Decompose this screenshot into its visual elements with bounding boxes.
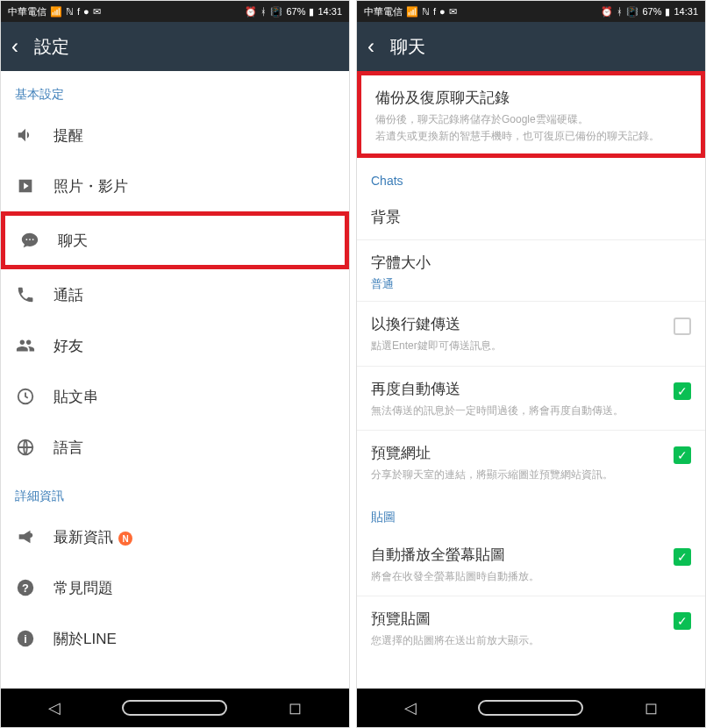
settings-item-call[interactable]: 通話 [1,269,349,320]
media-icon [15,175,36,196]
messenger-icon: ● [439,6,446,17]
timeline-icon [15,386,36,407]
app-header: ‹ 設定 [1,22,349,71]
mail-icon: ✉ [449,6,457,18]
settings-item-faq[interactable]: ? 常見問題 [1,562,349,613]
checkbox-checked[interactable]: ✓ [674,382,691,400]
phone-right: 中華電信 📶 ℕ f ● ✉ ⏰ ᚼ 📳 67% ▮ 14:31 ‹ 聊天 備份… [356,0,706,728]
settings-item-news[interactable]: 最新資訊N [1,511,349,562]
settings-item-language[interactable]: 語言 [1,422,349,473]
section-details-header: 詳細資訊 [1,473,349,511]
resend-item[interactable]: 再度自動傳送 無法傳送的訊息於一定時間過後，將會再度自動傳送。 ✓ [357,367,705,430]
phone-icon [15,284,36,305]
phone-left: 中華電信 📶 ℕ f ● ✉ ⏰ ᚼ 📳 67% ▮ 14:31 ‹ 設定 基本… [0,0,350,728]
chat-settings-content[interactable]: 備份及復原聊天記錄 備份後，聊天記錄將儲存於Google雲端硬碟。 若遺失或更換… [357,71,705,689]
alarm-icon: ⏰ [601,6,613,18]
checkbox-checked[interactable]: ✓ [674,446,691,464]
background-item[interactable]: 背景 [357,195,705,239]
time-label: 14:31 [674,6,698,17]
page-title: 設定 [34,35,69,59]
volume-icon [15,125,36,146]
settings-item-reminder[interactable]: 提醒 [1,110,349,161]
android-nav-bar: ◁ ◻ [1,689,349,727]
checkbox-unchecked[interactable] [674,318,691,335]
enter-send-item[interactable]: 以換行鍵傳送 點選Enter鍵即可傳送訊息。 [357,302,705,365]
settings-item-friends[interactable]: 好友 [1,320,349,371]
globe-icon [15,437,36,458]
mail-icon: ✉ [93,6,101,18]
nav-home[interactable] [122,700,227,716]
bluetooth-icon: ᚼ [617,6,623,17]
fb-icon: f [433,6,436,17]
preview-url-item[interactable]: 預覽網址 分享於聊天室的連結，將顯示縮圖並預覽網站資訊。 ✓ [357,431,705,494]
announce-icon [15,526,36,547]
vibrate-icon: 📳 [270,6,282,18]
bluetooth-icon: ᚼ [260,6,267,17]
new-badge: N [118,532,132,546]
nav-home[interactable] [478,700,583,716]
backup-restore-item[interactable]: 備份及復原聊天記錄 備份後，聊天記錄將儲存於Google雲端硬碟。 若遺失或更換… [357,71,705,158]
friends-icon [15,335,36,356]
help-icon: ? [15,577,36,598]
carrier-label: 中華電信 [8,5,46,18]
carrier-label: 中華電信 [364,5,403,18]
checkbox-checked[interactable]: ✓ [674,612,691,630]
battery-label: 67% [642,6,661,17]
svg-text:?: ? [22,582,29,595]
fontsize-item[interactable]: 字體大小 普通 [357,240,705,301]
battery-label: 67% [286,6,305,17]
back-button[interactable]: ‹ [367,34,374,59]
settings-item-chat[interactable]: 聊天 [1,211,349,269]
nav-back[interactable]: ◁ [404,698,417,717]
section-basic-header: 基本設定 [1,71,349,110]
settings-item-media[interactable]: 照片・影片 [1,161,349,211]
app-header: ‹ 聊天 [357,22,705,71]
settings-content[interactable]: 基本設定 提醒 照片・影片 聊天 [1,71,349,689]
signal-icon: 📶 [50,6,62,18]
back-button[interactable]: ‹ [11,34,18,59]
section-sticker-header: 貼圖 [357,494,705,532]
nav-recent[interactable]: ◻ [289,698,302,717]
android-nav-bar: ◁ ◻ [357,689,705,727]
settings-item-timeline[interactable]: 貼文串 [1,371,349,422]
checkbox-checked[interactable]: ✓ [674,548,691,566]
nfc-icon: ℕ [66,6,74,18]
chat-icon [19,230,40,251]
vibrate-icon: 📳 [626,6,638,18]
signal-icon: 📶 [406,6,418,18]
svg-text:i: i [24,632,27,646]
battery-icon: ▮ [309,6,314,18]
status-bar: 中華電信 📶 ℕ f ● ✉ ⏰ ᚼ 📳 67% ▮ 14:31 [1,1,349,22]
section-chats-header: Chats [357,158,705,195]
messenger-icon: ● [83,6,89,17]
fb-icon: f [77,6,80,17]
battery-icon: ▮ [665,6,670,18]
info-icon: i [15,628,36,649]
status-bar: 中華電信 📶 ℕ f ● ✉ ⏰ ᚼ 📳 67% ▮ 14:31 [357,1,705,22]
nav-back[interactable]: ◁ [48,698,61,717]
preview-sticker-item[interactable]: 預覽貼圖 您選擇的貼圖將在送出前放大顯示。 ✓ [357,596,705,660]
settings-item-about[interactable]: i 關於LINE [1,613,349,664]
time-label: 14:31 [317,6,342,17]
nfc-icon: ℕ [422,6,430,18]
autoplay-sticker-item[interactable]: 自動播放全螢幕貼圖 將會在收發全螢幕貼圖時自動播放。 ✓ [357,532,705,596]
alarm-icon: ⏰ [245,6,257,18]
page-title: 聊天 [390,35,425,59]
nav-recent[interactable]: ◻ [645,698,658,717]
